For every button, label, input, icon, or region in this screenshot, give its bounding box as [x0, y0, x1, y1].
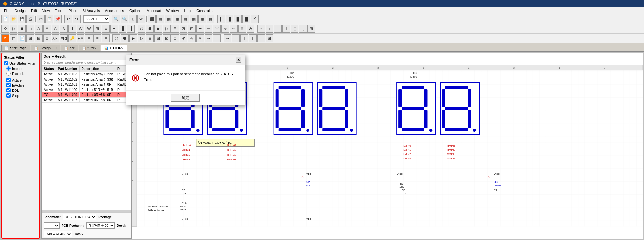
- tab-TUTOR2[interactable]: 📊 TUTOR2: [101, 45, 127, 51]
- r2-6[interactable]: A: [43, 25, 51, 33]
- r3-26[interactable]: ↑: [213, 34, 221, 42]
- save-btn[interactable]: 💾: [18, 15, 26, 23]
- bar5[interactable]: K: [251, 15, 259, 23]
- r2-3[interactable]: ⏹: [18, 25, 26, 33]
- eol-checkbox[interactable]: [6, 88, 11, 92]
- r2-35[interactable]: ⌶: [291, 25, 298, 33]
- col-header-val1[interactable]: [105, 66, 115, 72]
- r2-37[interactable]: ⊞: [307, 25, 315, 33]
- r2-13[interactable]: ≡: [102, 25, 110, 33]
- r3-24[interactable]: ✏: [196, 34, 204, 42]
- r2-34[interactable]: T: [282, 25, 290, 33]
- t3[interactable]: ▦: [165, 15, 172, 23]
- copy-btn[interactable]: 📋: [45, 15, 53, 23]
- r2-12[interactable]: ⊞: [93, 25, 101, 33]
- r2-31[interactable]: ↔: [257, 25, 265, 33]
- r3-2[interactable]: ◻: [10, 34, 17, 42]
- menu-accessories[interactable]: Accessories: [102, 8, 127, 13]
- r3-4[interactable]: ⊞: [26, 34, 34, 42]
- r3-6[interactable]: ⊠: [43, 34, 51, 42]
- r2-24[interactable]: ⊢: [196, 25, 204, 33]
- package-select[interactable]: [44, 222, 60, 229]
- paste-btn[interactable]: 📌: [54, 15, 62, 23]
- r2-30[interactable]: ⊗: [247, 25, 254, 33]
- r3-27[interactable]: ↔: [224, 34, 231, 42]
- r2-16[interactable]: ▐: [127, 25, 135, 33]
- r3-20[interactable]: ⊠: [163, 34, 171, 42]
- r3-22[interactable]: Ψ: [180, 34, 187, 42]
- r3-17[interactable]: ▷: [138, 34, 145, 42]
- r2-5[interactable]: A: [35, 25, 43, 33]
- stop-checkbox[interactable]: [6, 93, 11, 98]
- r2-11[interactable]: W: [85, 25, 93, 33]
- menu-edit[interactable]: Edit: [28, 8, 40, 13]
- table-row[interactable]: Active M11-W11100 Resistor 51R ±5% 1/...…: [42, 87, 132, 92]
- menu-file[interactable]: File: [1, 8, 12, 13]
- r2-25[interactable]: ⊣: [205, 25, 212, 33]
- tab-start-page[interactable]: 📄 Start Page: [1, 45, 30, 51]
- redo-btn[interactable]: ↪: [73, 15, 81, 23]
- menu-view[interactable]: View: [40, 8, 53, 13]
- r2-36[interactable]: ⌊: [299, 25, 307, 33]
- r2-14[interactable]: ≣: [110, 25, 118, 33]
- r3-1[interactable]: ↺: [1, 34, 9, 42]
- r3-31[interactable]: I: [257, 34, 265, 42]
- undo-btn[interactable]: ↩: [64, 15, 72, 23]
- r2-32[interactable]: ↑: [266, 25, 273, 33]
- table-row[interactable]: Active M11-W11002 Resistors Array 33R ±.…: [42, 77, 132, 82]
- r2-19[interactable]: ▶: [154, 25, 162, 33]
- menu-constraints[interactable]: Constraints: [194, 8, 217, 13]
- table-row[interactable]: Active M11-W11097 Resistor 0R ±5% 1/1...…: [42, 98, 132, 103]
- zoom-combo[interactable]: 22V10: [83, 15, 109, 23]
- col-header-description[interactable]: Description: [79, 66, 105, 72]
- r2-18[interactable]: ⬢: [146, 25, 154, 33]
- print-btn[interactable]: 🖨: [26, 15, 34, 23]
- r3-10[interactable]: PM: [77, 34, 84, 42]
- table-row[interactable]: Active M11-W11001 Resistors Array 0R ±5.…: [42, 82, 132, 87]
- r3-28[interactable]: ↑: [232, 34, 240, 42]
- r2-17[interactable]: ⬡: [138, 25, 145, 33]
- r2-26[interactable]: Ψ: [213, 25, 221, 33]
- t1[interactable]: ⬛: [148, 15, 156, 23]
- r3-21[interactable]: ⊡: [171, 34, 179, 42]
- r3-15[interactable]: ⬢: [121, 34, 129, 42]
- r2-4[interactable]: ⟤: [26, 25, 34, 33]
- col-header-part-number[interactable]: Part Number: [56, 66, 79, 72]
- schematic-select[interactable]: RESISTOR DIP 4: [63, 214, 96, 220]
- r3-32[interactable]: ⊞: [266, 34, 273, 42]
- cut-btn[interactable]: ✂: [37, 15, 45, 23]
- menu-design[interactable]: Design: [12, 8, 28, 13]
- r3-16[interactable]: ▶: [129, 34, 137, 42]
- r3-7[interactable]: XR!: [52, 34, 59, 42]
- pcb-footprint-select[interactable]: R-8P4R-0402: [86, 222, 115, 229]
- r2-15[interactable]: ▐: [119, 25, 126, 33]
- t4[interactable]: ▦: [173, 15, 181, 23]
- r3-29[interactable]: T: [240, 34, 248, 42]
- eye-btn[interactable]: 👁: [137, 15, 145, 23]
- menu-window[interactable]: Window: [164, 8, 181, 13]
- t5[interactable]: ▦: [181, 15, 189, 23]
- bar4[interactable]: █: [242, 15, 250, 23]
- open-btn[interactable]: 📂: [10, 15, 17, 23]
- r2-2[interactable]: ▷: [10, 25, 17, 33]
- r2-20[interactable]: ▷: [163, 25, 171, 33]
- decal-select[interactable]: R-8P4R-0402: [44, 231, 72, 237]
- tab-tutor2[interactable]: 📋 tutor2: [79, 45, 100, 51]
- r2-21[interactable]: ⊟: [171, 25, 179, 33]
- active-checkbox[interactable]: [6, 78, 11, 82]
- col-header-status[interactable]: Status: [42, 66, 56, 72]
- r2-1[interactable]: ⟲: [1, 25, 9, 33]
- t6[interactable]: ▦: [190, 15, 198, 23]
- r2-28[interactable]: ✏: [230, 25, 238, 33]
- r3-18[interactable]: ⊞: [146, 34, 154, 42]
- r3-12[interactable]: ≡: [93, 34, 101, 42]
- r2-27[interactable]: ∿: [221, 25, 229, 33]
- t8[interactable]: ▦: [207, 15, 214, 23]
- r3-19[interactable]: ⊟: [154, 34, 162, 42]
- bar1[interactable]: ▌: [217, 15, 225, 23]
- t7[interactable]: ▦: [198, 15, 206, 23]
- r3-13[interactable]: ≡: [102, 34, 110, 42]
- table-row[interactable]: EOL M11-W11099 Resistor 0R ±5% 1/8... 0R…: [42, 92, 132, 98]
- tab-design110[interactable]: 📋 Design110: [31, 45, 60, 51]
- r2-9[interactable]: ℹ: [68, 25, 76, 33]
